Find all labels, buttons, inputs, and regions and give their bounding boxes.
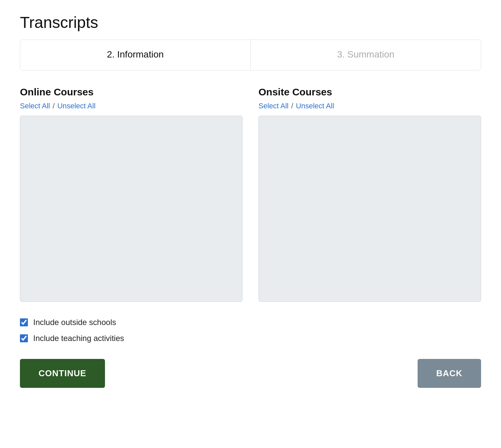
include-outside-schools-checkbox[interactable] [20, 318, 28, 326]
include-teaching-activities-label[interactable]: Include teaching activities [20, 334, 481, 343]
include-outside-schools-label[interactable]: Include outside schools [20, 318, 481, 327]
buttons-row: CONTINUE BACK [20, 359, 481, 388]
onsite-courses-title: Onsite Courses [258, 86, 481, 98]
online-select-all-link[interactable]: Select All [20, 102, 50, 110]
tabs-container: 2. Information 3. Summation [20, 40, 481, 70]
checkboxes-section: Include outside schools Include teaching… [20, 318, 481, 343]
onsite-select-all-link[interactable]: Select All [258, 102, 289, 110]
online-courses-select-links: Select All / Unselect All [20, 102, 243, 110]
courses-section: Online Courses Select All / Unselect All… [20, 86, 481, 302]
online-courses-list[interactable] [20, 116, 243, 302]
tab-information[interactable]: 2. Information [20, 40, 250, 70]
online-courses-title: Online Courses [20, 86, 243, 98]
onsite-courses-select-links: Select All / Unselect All [258, 102, 481, 110]
onsite-courses-column: Onsite Courses Select All / Unselect All [258, 86, 481, 302]
include-teaching-activities-checkbox[interactable] [20, 334, 28, 342]
onsite-select-divider: / [291, 102, 293, 110]
include-teaching-activities-text: Include teaching activities [33, 334, 124, 343]
online-select-divider: / [53, 102, 55, 110]
online-unselect-all-link[interactable]: Unselect All [57, 102, 96, 110]
onsite-courses-list[interactable] [258, 116, 481, 302]
tab-summation[interactable]: 3. Summation [250, 40, 481, 70]
back-button[interactable]: BACK [418, 359, 481, 388]
include-outside-schools-text: Include outside schools [33, 318, 116, 327]
onsite-unselect-all-link[interactable]: Unselect All [296, 102, 334, 110]
page-title: Transcripts [20, 13, 481, 32]
continue-button[interactable]: CONTINUE [20, 359, 105, 388]
online-courses-column: Online Courses Select All / Unselect All [20, 86, 243, 302]
